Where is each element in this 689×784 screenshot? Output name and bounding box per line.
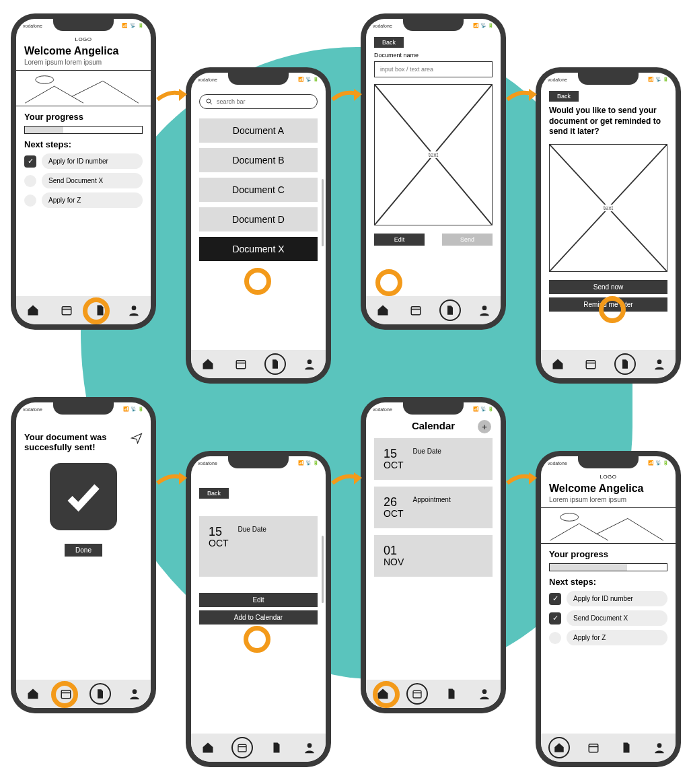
- add-event-button[interactable]: +: [478, 420, 491, 433]
- back-button[interactable]: Back: [374, 37, 404, 48]
- due-date-card: 15 OCT Due Date: [199, 516, 318, 577]
- svg-rect-16: [586, 361, 595, 369]
- svg-point-28: [560, 513, 579, 522]
- tab-home[interactable]: [548, 355, 567, 373]
- check-icon: ✓: [549, 593, 561, 605]
- tab-bar: [541, 734, 676, 762]
- tab-bar: [541, 350, 676, 378]
- tab-home[interactable]: [198, 738, 217, 757]
- step-label: Apply for ID number: [42, 153, 143, 169]
- flow-arrow: [506, 470, 540, 490]
- wifi-icon: 📡: [130, 23, 136, 28]
- add-calendar-button[interactable]: Add to Calendar: [199, 610, 318, 625]
- step-dot-icon: [24, 175, 36, 187]
- step-item[interactable]: Send Document X: [24, 173, 143, 188]
- svg-point-21: [132, 689, 137, 694]
- tab-calendar[interactable]: [57, 301, 76, 320]
- svg-point-8: [307, 359, 312, 364]
- scrollbar[interactable]: [322, 536, 324, 603]
- document-item[interactable]: Document D: [199, 207, 318, 231]
- tab-home[interactable]: [548, 737, 570, 758]
- confirm-question: Would you like to send your document or …: [549, 106, 667, 137]
- tab-calendar[interactable]: [406, 301, 425, 320]
- tab-bar: [191, 350, 326, 378]
- tab-documents[interactable]: [439, 299, 461, 321]
- document-item[interactable]: Document C: [199, 178, 318, 202]
- step-dot-icon: [549, 632, 561, 644]
- step-item[interactable]: ✓Send Document X: [549, 610, 667, 626]
- document-item[interactable]: Document B: [199, 148, 318, 172]
- tab-calendar[interactable]: [231, 355, 250, 373]
- welcome-heading: Welcome Angelica: [24, 45, 143, 57]
- tab-home[interactable]: [24, 684, 42, 703]
- success-check-icon: [50, 463, 117, 530]
- logo-label: LOGO: [24, 35, 143, 44]
- step-label: Send Document X: [42, 173, 143, 188]
- search-icon: [205, 98, 213, 106]
- tab-profile[interactable]: [300, 738, 319, 757]
- step-item[interactable]: ✓Apply for ID number: [549, 591, 667, 606]
- step-item[interactable]: Apply for Z: [549, 630, 667, 645]
- document-item[interactable]: Document A: [199, 118, 318, 143]
- calendar-item[interactable]: 26OCT Appointment: [374, 487, 493, 528]
- svg-rect-6: [236, 361, 246, 369]
- tab-profile[interactable]: [124, 301, 143, 320]
- hero-illustration: [541, 507, 676, 544]
- tab-calendar[interactable]: [231, 737, 253, 758]
- flow-arrow: [156, 86, 190, 106]
- tab-calendar[interactable]: [581, 355, 600, 373]
- edit-button[interactable]: Edit: [374, 234, 425, 246]
- edit-button[interactable]: Edit: [199, 593, 318, 607]
- tab-profile[interactable]: [650, 738, 669, 757]
- tab-profile[interactable]: [300, 355, 319, 373]
- tab-profile[interactable]: [650, 355, 669, 373]
- tab-documents[interactable]: [89, 683, 111, 705]
- image-placeholder: text: [549, 144, 667, 272]
- check-icon: ✓: [24, 155, 36, 168]
- done-button[interactable]: Done: [65, 544, 102, 557]
- progress-heading: Your progress: [549, 549, 667, 559]
- tab-home[interactable]: [373, 301, 392, 320]
- tab-profile[interactable]: [475, 301, 494, 320]
- plane-icon: [131, 432, 143, 444]
- back-button[interactable]: Back: [199, 488, 229, 499]
- document-item-active[interactable]: Document X: [199, 237, 318, 261]
- flow-arrow: [331, 470, 365, 490]
- tab-documents[interactable]: [442, 684, 461, 703]
- welcome-subtitle: Lorem ipsum lorem ipsum: [24, 59, 143, 66]
- hero-illustration: [16, 70, 151, 106]
- step-item[interactable]: ✓Apply for ID number: [24, 153, 143, 169]
- tab-profile[interactable]: [125, 684, 144, 703]
- svg-rect-22: [238, 744, 246, 752]
- tab-documents[interactable]: [617, 738, 636, 757]
- tab-documents[interactable]: [614, 353, 636, 375]
- send-button[interactable]: Send: [442, 234, 493, 246]
- tab-documents[interactable]: [267, 738, 286, 757]
- phone-frame-4: vodafone📶 📡 🔋 Back Would you like to sen…: [536, 67, 681, 384]
- back-button[interactable]: Back: [549, 91, 579, 102]
- svg-point-31: [657, 743, 661, 748]
- svg-point-3: [132, 306, 137, 310]
- battery-icon: 🔋: [138, 23, 144, 28]
- step-dot-icon: [24, 194, 36, 207]
- send-now-button[interactable]: Send now: [549, 280, 667, 294]
- due-label: Due Date: [238, 526, 266, 533]
- check-icon: ✓: [549, 612, 561, 625]
- svg-line-5: [211, 103, 213, 105]
- scrollbar[interactable]: [322, 179, 324, 246]
- carrier-label: vodafone: [23, 24, 42, 28]
- tab-documents[interactable]: [264, 353, 286, 375]
- welcome-subtitle: Lorem ipsum lorem ipsum: [549, 496, 667, 503]
- tab-home[interactable]: [24, 301, 42, 320]
- phone-frame-8: vodafone📶 📡 🔋 LOGO Welcome Angelica Lore…: [536, 451, 681, 767]
- calendar-item[interactable]: 15OCT Due Date: [374, 438, 493, 480]
- svg-point-24: [307, 743, 312, 748]
- search-input[interactable]: search bar: [199, 94, 318, 109]
- tab-home[interactable]: [198, 355, 217, 373]
- docname-input[interactable]: input box / text area: [374, 61, 493, 77]
- tab-profile[interactable]: [475, 684, 494, 703]
- calendar-item[interactable]: 01NOV: [374, 535, 493, 577]
- step-item[interactable]: Apply for Z: [24, 192, 143, 208]
- tab-calendar[interactable]: [584, 738, 603, 757]
- tab-calendar[interactable]: [406, 683, 428, 705]
